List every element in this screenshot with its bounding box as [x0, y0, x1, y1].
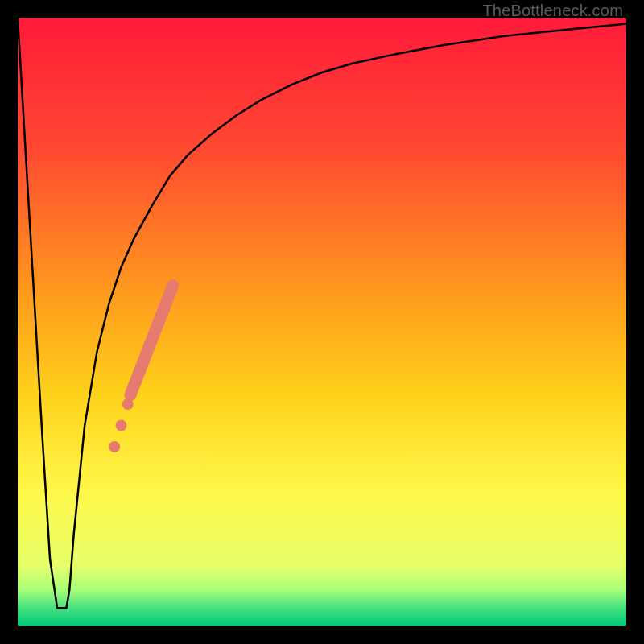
plot-area — [18, 18, 626, 626]
highlight-dot — [109, 441, 120, 452]
highlight-dot — [122, 398, 134, 410]
highlight-dot — [116, 420, 127, 431]
gradient-background — [18, 18, 626, 626]
chart-frame: TheBottleneck.com — [0, 0, 644, 644]
chart-svg — [18, 18, 626, 626]
